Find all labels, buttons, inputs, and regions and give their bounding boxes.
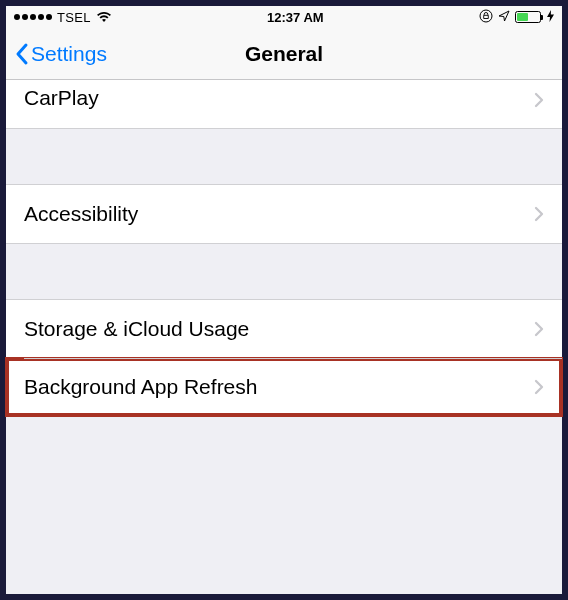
list-group: Accessibility	[6, 184, 562, 244]
chevron-left-icon	[14, 42, 29, 66]
row-label: CarPlay	[24, 86, 534, 110]
group-separator	[6, 244, 562, 299]
list-group: CarPlay	[6, 80, 562, 129]
chevron-right-icon	[534, 92, 544, 108]
page-title: General	[245, 42, 323, 66]
list-group: Storage & iCloud Usage Background App Re…	[6, 299, 562, 417]
battery-icon	[515, 11, 541, 23]
background-app-refresh-row[interactable]: Background App Refresh	[6, 358, 562, 416]
carplay-row[interactable]: CarPlay	[6, 80, 562, 128]
status-time: 12:37 AM	[267, 10, 324, 25]
charging-icon	[547, 10, 554, 24]
settings-list: CarPlay Accessibility Storage & iCloud U…	[6, 80, 562, 497]
accessibility-row[interactable]: Accessibility	[6, 185, 562, 243]
group-separator	[6, 417, 562, 497]
back-button-label: Settings	[31, 42, 107, 66]
status-bar: TSEL 12:37 AM	[6, 6, 562, 28]
chevron-right-icon	[534, 379, 544, 395]
carrier-label: TSEL	[57, 10, 91, 25]
navigation-bar: Settings General	[6, 28, 562, 80]
chevron-right-icon	[534, 321, 544, 337]
back-button[interactable]: Settings	[6, 42, 107, 66]
chevron-right-icon	[534, 206, 544, 222]
row-label: Accessibility	[24, 202, 534, 226]
wifi-icon	[96, 11, 112, 23]
location-icon	[498, 10, 510, 25]
rotation-lock-icon	[479, 9, 493, 26]
signal-strength-icon	[14, 14, 52, 20]
storage-row[interactable]: Storage & iCloud Usage	[6, 300, 562, 358]
group-separator	[6, 129, 562, 184]
status-left: TSEL	[14, 10, 112, 25]
status-right	[479, 9, 554, 26]
device-frame: TSEL 12:37 AM Settings General	[0, 0, 568, 600]
row-label: Storage & iCloud Usage	[24, 317, 534, 341]
row-label: Background App Refresh	[24, 375, 534, 399]
svg-point-0	[480, 10, 492, 22]
